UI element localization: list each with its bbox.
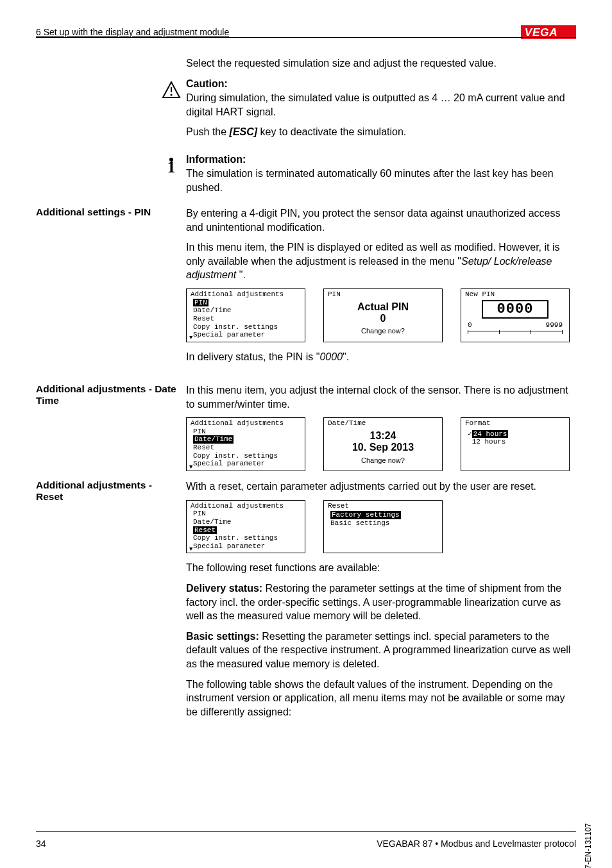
pin-block: By entering a 4-digit PIN, you protect t…: [186, 206, 576, 370]
lcd-new-pin: New PIN 0000 0 9999: [461, 288, 570, 342]
footer-product: VEGABAR 87 • Modbus and Levelmaster prot…: [377, 839, 576, 849]
caution-block: Caution: During simulation, the simulate…: [186, 78, 576, 146]
lcd-reset-options: Reset Factory settings Basic settings: [323, 500, 443, 554]
reset-lcd-row: Additional adjustments PIN Date/Time Res…: [186, 500, 576, 554]
lcd-new-pin-max: 9999: [546, 321, 563, 330]
info-body: The simulation is terminated automatical…: [186, 167, 576, 194]
down-arrow-icon: ▼: [189, 546, 192, 553]
lcd-dt-format-12: 12 hours: [472, 438, 506, 446]
lcd-dt-clock: Date/Time 13:24 10. Sep 2013 Change now?: [323, 417, 443, 471]
lcd-pin-actual-line2: 0: [328, 313, 438, 324]
datetime-p1: In this menu item, you adjust the intern…: [186, 383, 576, 411]
lcd-pin-item-copy: Copy instr. settings: [193, 323, 278, 331]
footer-docid: 46297-EN-131107: [584, 823, 593, 868]
lcd-pin-actual-line3: Change now?: [328, 327, 438, 335]
sidebar-label-datetime: Additional adjustments - Date Time: [36, 383, 177, 406]
lcd-reset-item-special: Special parameter: [193, 542, 265, 550]
pin-delivery-em: 0000: [319, 351, 343, 362]
page-footer: 34 VEGABAR 87 • Modbus and Levelmaster p…: [36, 839, 576, 849]
lcd-dt-item-datetime: Date/Time: [193, 435, 234, 444]
reset-delivery-heading: Delivery status:: [186, 583, 262, 594]
lcd-new-pin-min: 0: [468, 321, 472, 330]
caution-body-2-pre: Push the: [186, 126, 230, 137]
lcd-pin-menu-title: Additional adjustments: [191, 290, 301, 299]
lcd-dt-menu-title: Additional adjustments: [191, 419, 301, 428]
caution-icon: [159, 81, 183, 101]
lcd-reset-basic: Basic settings: [330, 519, 389, 527]
caution-body-2-post: key to deactivate the simulation.: [257, 126, 406, 137]
pin-p2: In this menu item, the PIN is displayed …: [186, 240, 576, 282]
lcd-reset-item-pin: PIN: [193, 510, 206, 517]
header-section-title: 6 Set up with the display and adjustment…: [36, 27, 229, 37]
lcd-dt-item-pin: PIN: [193, 428, 206, 435]
lcd-pin-actual-title: PIN: [328, 290, 438, 299]
pin-delivery-line: In delivery status, the PIN is "0000".: [186, 350, 576, 364]
reset-p1: With a reset, certain parameter adjustme…: [186, 480, 576, 494]
sidebar-label-reset: Additional adjustments - Reset: [36, 480, 177, 503]
lcd-reset-menu: Additional adjustments PIN Date/Time Res…: [186, 500, 305, 554]
lcd-dt-item-copy: Copy instr. settings: [193, 452, 278, 460]
lcd-dt-time: 13:24: [328, 430, 438, 442]
lcd-reset-options-title: Reset: [328, 502, 438, 510]
pin-p1: By entering a 4-digit PIN, you protect t…: [186, 206, 576, 234]
lcd-pin-item-reset: Reset: [193, 315, 214, 322]
lcd-reset-menu-title: Additional adjustments: [191, 502, 301, 510]
caution-body-2: Push the [ESC] key to deactivate the sim…: [186, 125, 576, 139]
lcd-dt-clock-title: Date/Time: [328, 419, 438, 428]
reset-table-intro: The following table shows the default va…: [186, 678, 576, 719]
lcd-dt-date: 10. Sep 2013: [328, 442, 438, 453]
lcd-pin-actual-line1: Actual PIN: [328, 301, 438, 313]
svg-text:VEGA: VEGA: [525, 26, 558, 38]
lcd-dt-item-special: Special parameter: [193, 460, 265, 467]
lcd-dt-item-reset: Reset: [193, 444, 214, 451]
pin-delivery-post: ".: [343, 351, 349, 362]
lcd-new-pin-value: 0000: [482, 300, 548, 319]
lcd-reset-item-datetime: Date/Time: [193, 518, 231, 526]
footer-rule: [36, 831, 576, 832]
reset-basic-heading: Basic settings:: [186, 631, 259, 642]
caution-heading: Caution:: [186, 78, 576, 90]
caution-body-1: During simulation, the simulated value i…: [186, 91, 576, 119]
datetime-lcd-row: Additional adjustments PIN Date/Time Res…: [186, 417, 576, 471]
check-icon: ✓: [468, 430, 472, 438]
lcd-dt-format: Format ✓24 hours ✓12 hours: [461, 417, 570, 471]
pin-p2-post: ".: [236, 269, 246, 280]
pin-delivery-pre: In delivery status, the PIN is ": [186, 351, 319, 362]
lcd-dt-change: Change now?: [328, 456, 438, 465]
down-arrow-icon: ▼: [189, 464, 192, 471]
lcd-dt-menu: Additional adjustments PIN Date/Time Res…: [186, 417, 305, 471]
lcd-reset-item-reset: Reset: [193, 526, 217, 535]
header-rule: [36, 37, 576, 38]
info-heading: Information:: [186, 154, 576, 165]
datetime-block: In this menu item, you adjust the intern…: [186, 383, 576, 479]
page-header: 6 Set up with the display and adjustment…: [36, 23, 576, 41]
page: 6 Set up with the display and adjustment…: [0, 0, 612, 868]
reset-following: The following reset functions are availa…: [186, 561, 576, 575]
brand-logo: VEGA: [521, 23, 576, 41]
info-block: Information: The simulation is terminate…: [186, 154, 576, 201]
pin-lcd-row: Additional adjustments PIN Date/Time Res…: [186, 288, 576, 342]
lcd-pin-actual: PIN Actual PIN 0 Change now?: [323, 288, 443, 342]
lcd-pin-item-special: Special parameter: [193, 331, 265, 338]
lcd-pin-item-datetime: Date/Time: [193, 306, 231, 314]
lcd-dt-format-title: Format: [465, 419, 565, 428]
lcd-pin-menu: Additional adjustments PIN Date/Time Res…: [186, 288, 305, 342]
reset-basic-para: Basic settings: Resetting the parameter …: [186, 630, 576, 671]
sidebar-label-pin: Additional settings - PIN: [36, 206, 177, 218]
lcd-dt-format-24: 24 hours: [472, 430, 509, 438]
esc-key-label: [ESC]: [230, 126, 258, 137]
reset-block: With a reset, certain parameter adjustme…: [186, 480, 576, 725]
reset-delivery-para: Delivery status: Restoring the parameter…: [186, 581, 576, 623]
footer-page-number: 34: [36, 839, 46, 849]
lcd-new-pin-title: New PIN: [465, 290, 565, 299]
lcd-reset-item-copy: Copy instr. settings: [193, 534, 278, 542]
lcd-pin-item-pin: PIN: [193, 299, 208, 307]
lcd-reset-factory: Factory settings: [330, 511, 401, 519]
down-arrow-icon: ▼: [189, 335, 192, 341]
info-icon: 1: [159, 158, 183, 175]
intro-block: Select the requested simulation size and…: [186, 56, 576, 77]
intro-text: Select the requested simulation size and…: [186, 56, 576, 71]
svg-point-4: [170, 94, 172, 96]
